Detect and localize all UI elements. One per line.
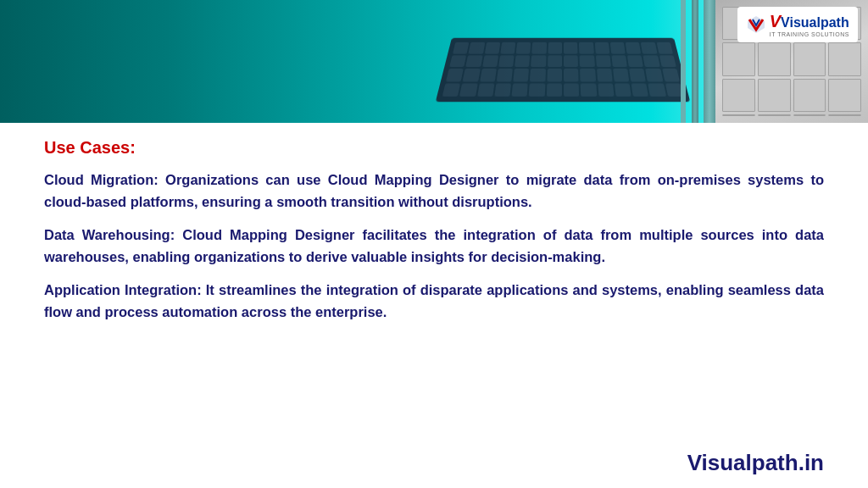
logo-brand-name: VVisualpath [770,15,849,30]
pillar-3 [681,0,686,123]
paragraph-cloud-migration: Cloud Migration: Organizations can use C… [44,169,824,213]
logo-v-letter: V [770,12,781,30]
content-area: Use Cases: Cloud Migration: Organization… [0,123,868,336]
paragraph-application-integration: Application Integration: It streamlines … [44,280,824,323]
paragraph-data-warehousing: Data Warehousing: Cloud Mapping Designer… [44,225,824,268]
logo-tagline: IT TRAINING SOLUTIONS [770,31,849,37]
pillar-1 [704,0,715,123]
keyboard-element [436,38,691,103]
page-container: VVisualpath IT TRAINING SOLUTIONS Use Ca… [0,0,868,488]
header-image: VVisualpath IT TRAINING SOLUTIONS [0,0,868,123]
footer-brand: Visualpath.in [687,450,824,476]
section-title: Use Cases: [44,138,824,158]
visualpath-logo-icon [746,14,766,35]
pillar-2 [692,0,698,123]
logo-container: VVisualpath IT TRAINING SOLUTIONS [737,7,858,42]
logo-text-container: VVisualpath IT TRAINING SOLUTIONS [770,12,849,37]
